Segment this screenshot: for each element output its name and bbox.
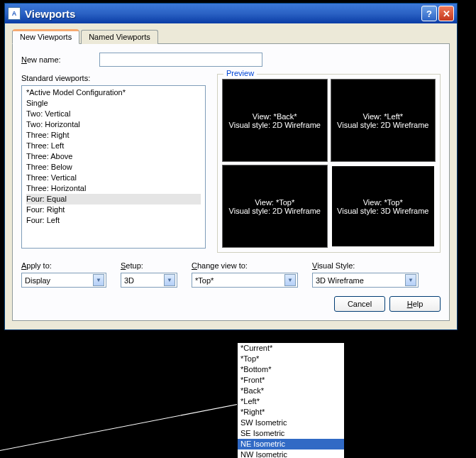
dropdown-option[interactable]: NW Isometric xyxy=(238,449,344,458)
preview-style-label: Visual style: 2D Wireframe xyxy=(229,207,321,215)
apply-to-label: Apply to: xyxy=(21,261,106,270)
client-area: New Viewports Named Viewports New name: … xyxy=(5,23,457,329)
list-item[interactable]: Four: Right xyxy=(26,205,201,215)
app-icon: A xyxy=(8,7,21,20)
new-name-input[interactable] xyxy=(99,53,262,67)
close-button[interactable]: ✕ xyxy=(438,6,454,21)
list-item[interactable]: Four: Equal xyxy=(26,194,201,205)
help-button[interactable]: Help xyxy=(389,296,441,312)
viewports-dialog: A Viewports ? ✕ New Viewports Named View… xyxy=(4,3,458,330)
preview-viewport[interactable]: View: *Left*Visual style: 2D Wireframe xyxy=(331,79,436,162)
dropdown-option[interactable]: NE Isometric xyxy=(238,439,344,449)
visual-style-value: 3D Wireframe xyxy=(316,276,364,285)
dropdown-option[interactable]: *Top* xyxy=(238,354,344,364)
change-view-combo[interactable]: *Top* ▼ xyxy=(192,273,298,288)
standard-viewports-label: Standard viewports: xyxy=(21,74,206,82)
preview-viewport[interactable]: View: *Back*Visual style: 2D Wireframe xyxy=(222,79,328,162)
preview-style-label: Visual style: 2D Wireframe xyxy=(229,121,321,129)
new-name-label: New name: xyxy=(21,55,99,64)
preview-style-label: Visual style: 2D Wireframe xyxy=(337,121,428,129)
standard-viewports-list[interactable]: *Active Model Configuration*SingleTwo: V… xyxy=(21,85,206,249)
preview-view-label: View: *Top* xyxy=(363,198,403,207)
dropdown-option[interactable]: *Right* xyxy=(238,407,344,418)
preview-style-label: Visual style: 3D Wireframe xyxy=(337,207,428,215)
preview-group: Preview View: *Back*Visual style: 2D Wir… xyxy=(217,74,441,253)
dropdown-option[interactable]: SE Isometric xyxy=(238,428,344,439)
change-view-dropdown[interactable]: *Current**Top**Bottom**Front**Back**Left… xyxy=(237,342,345,458)
list-item[interactable]: Four: Left xyxy=(26,215,201,226)
dropdown-option[interactable]: *Front* xyxy=(238,375,344,386)
chevron-down-icon: ▼ xyxy=(284,274,296,286)
tab-pane-new: New name: Standard viewports: *Active Mo… xyxy=(12,43,450,321)
preview-view-label: View: *Top* xyxy=(255,198,294,207)
dropdown-option[interactable]: SW Isometric xyxy=(238,418,344,428)
visual-style-combo[interactable]: 3D Wireframe ▼ xyxy=(312,273,419,288)
list-item[interactable]: Single xyxy=(26,98,201,109)
list-item[interactable]: Three: Left xyxy=(26,141,201,151)
preview-view-label: View: *Back* xyxy=(253,112,297,121)
list-item[interactable]: Three: Vertical xyxy=(26,173,201,183)
setup-label: Setup: xyxy=(121,261,177,270)
list-item[interactable]: Three: Above xyxy=(26,151,201,162)
preview-view-label: View: *Left* xyxy=(362,112,403,121)
setup-combo[interactable]: 3D ▼ xyxy=(121,273,177,288)
dropdown-option[interactable]: *Current* xyxy=(238,343,344,354)
dropdown-option[interactable]: *Bottom* xyxy=(238,364,344,375)
tab-strip: New Viewports Named Viewports xyxy=(12,29,450,44)
chevron-down-icon: ▼ xyxy=(93,274,104,286)
preview-viewport[interactable]: View: *Top*Visual style: 2D Wireframe xyxy=(222,165,328,248)
dropdown-option[interactable]: *Left* xyxy=(238,396,344,407)
apply-to-value: Display xyxy=(25,276,50,285)
setup-value: 3D xyxy=(124,276,134,285)
list-item[interactable]: Two: Vertical xyxy=(26,109,201,119)
change-view-value: *Top* xyxy=(195,276,214,285)
cancel-button[interactable]: Cancel xyxy=(334,296,385,312)
titlebar[interactable]: A Viewports ? ✕ xyxy=(5,4,457,23)
change-view-label: Change view to: xyxy=(192,261,298,270)
preview-viewport[interactable]: View: *Top*Visual style: 3D Wireframe xyxy=(331,165,436,248)
preview-grid: View: *Back*Visual style: 2D WireframeVi… xyxy=(222,79,436,248)
list-item[interactable]: Two: Horizontal xyxy=(26,119,201,130)
dropdown-option[interactable]: *Back* xyxy=(238,386,344,396)
list-item[interactable]: *Active Model Configuration* xyxy=(26,87,201,98)
chevron-down-icon: ▼ xyxy=(405,274,416,286)
chevron-down-icon: ▼ xyxy=(164,274,175,286)
tab-new-viewports[interactable]: New Viewports xyxy=(12,30,79,44)
window-title: Viewports xyxy=(25,8,420,20)
list-item[interactable]: Three: Below xyxy=(26,162,201,173)
preview-legend: Preview xyxy=(223,69,257,77)
help-titlebar-button[interactable]: ? xyxy=(421,6,437,21)
tab-named-viewports[interactable]: Named Viewports xyxy=(81,30,158,44)
apply-to-combo[interactable]: Display ▼ xyxy=(21,273,106,288)
list-item[interactable]: Three: Right xyxy=(26,130,201,141)
list-item[interactable]: Three: Horizontal xyxy=(26,183,201,194)
visual-style-label: Visual Style: xyxy=(312,261,419,270)
